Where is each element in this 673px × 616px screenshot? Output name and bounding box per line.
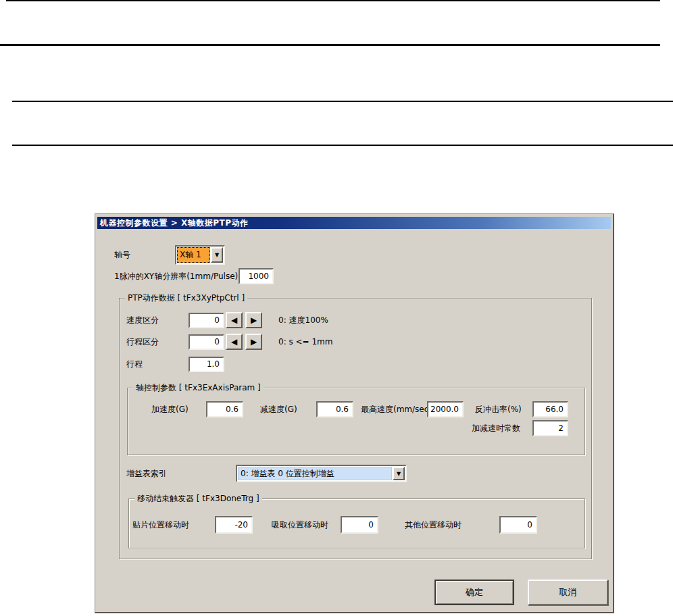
- dialog-title-bar: 机器控制参数设置 > X轴数据PTP动作: [97, 217, 611, 229]
- other-pos-move-input[interactable]: 0: [499, 516, 537, 534]
- accel-time-const-input[interactable]: 2: [532, 420, 568, 436]
- rule-mid-2: [12, 145, 673, 146]
- accel-label: 加速度(G): [151, 401, 189, 417]
- speed-class-increment-button[interactable]: ▶: [245, 312, 262, 328]
- gain-table-index-selected-value: 0: 增益表 0 位置控制增益: [238, 467, 392, 480]
- arrow-right-icon: ▶: [251, 338, 257, 346]
- dialog-title: 机器控制参数设置 > X轴数据PTP动作: [100, 218, 248, 228]
- stroke-class-input[interactable]: 0: [189, 334, 224, 350]
- stroke-class-label: 行程区分: [126, 334, 159, 350]
- stroke-label: 行程: [126, 357, 143, 372]
- speed-class-label: 速度区分: [126, 313, 159, 328]
- speed-class-note: 0: 速度100%: [278, 313, 328, 328]
- chevron-down-icon[interactable]: ▼: [393, 467, 405, 480]
- machine-param-dialog: 机器控制参数设置 > X轴数据PTP动作 轴号 X轴 1 ▼ 1脉冲的XY轴分辨…: [95, 213, 614, 613]
- anti-shock-input[interactable]: 66.0: [532, 401, 568, 417]
- gain-table-index-combobox[interactable]: 0: 增益表 0 位置控制增益 ▼: [236, 465, 407, 482]
- accel-time-const-label: 加减速时常数: [472, 420, 520, 436]
- accel-input[interactable]: 0.6: [206, 401, 243, 417]
- rule-top-2: [0, 44, 660, 46]
- axis-number-combobox[interactable]: X轴 1 ▼: [175, 245, 225, 265]
- axis-number-label: 轴号: [114, 245, 130, 265]
- speed-class-input[interactable]: 0: [189, 313, 224, 328]
- arrow-left-icon: ◀: [231, 338, 237, 346]
- stroke-class-decrement-button[interactable]: ◀: [226, 334, 243, 350]
- pick-pos-move-label: 吸取位置移动时: [272, 516, 328, 534]
- move-done-trigger-group-title: 移动结束触发器 [ tFx3DoneTrg ]: [134, 494, 262, 503]
- max-speed-input[interactable]: 2000.0: [427, 401, 464, 417]
- decel-label: 减速度(G): [260, 401, 297, 417]
- stroke-class-increment-button[interactable]: ▶: [245, 334, 262, 350]
- mount-pos-move-label: 贴片位置移动时: [132, 516, 189, 534]
- stroke-input[interactable]: 1.0: [189, 357, 224, 372]
- rule-mid-1: [12, 101, 673, 102]
- axis-control-params-group: 轴控制参数 [ tFx3ExAxisParam ] 加速度(G) 0.6 减速度…: [127, 388, 585, 455]
- speed-class-decrement-button[interactable]: ◀: [226, 312, 243, 328]
- stroke-class-note: 0: s <= 1mm: [278, 334, 333, 350]
- cancel-button[interactable]: 取消: [528, 580, 608, 605]
- other-pos-move-label: 其他位置移动时: [405, 516, 462, 534]
- rule-top-1: [6, 0, 660, 1]
- ptp-action-data-group: PTP动作数据 [ tFx3XyPtpCtrl ] 速度区分 0 ◀ ▶ 0: …: [119, 298, 592, 559]
- resolution-label: 1脉冲的XY轴分辨率(1mm/Pulse): [114, 268, 238, 284]
- arrow-right-icon: ▶: [251, 316, 257, 324]
- mount-pos-move-input[interactable]: -20: [215, 516, 253, 534]
- move-done-trigger-group: 移动结束触发器 [ tFx3DoneTrg ] 贴片位置移动时 -20 吸取位置…: [128, 498, 585, 548]
- pick-pos-move-input[interactable]: 0: [341, 516, 378, 534]
- ok-button[interactable]: 确定: [434, 580, 514, 605]
- decel-input[interactable]: 0.6: [316, 401, 353, 417]
- arrow-left-icon: ◀: [231, 316, 237, 324]
- anti-shock-label: 反冲击率(%): [475, 401, 522, 417]
- gain-table-index-label: 增益表索引: [126, 465, 167, 482]
- axis-control-params-group-title: 轴控制参数 [ tFx3ExAxisParam ]: [133, 383, 264, 392]
- chevron-down-icon[interactable]: ▼: [211, 247, 223, 263]
- resolution-input[interactable]: 1000: [239, 268, 274, 284]
- max-speed-label: 最高速度(mm/sec): [361, 401, 432, 417]
- document-page: 机器控制参数设置 > X轴数据PTP动作 轴号 X轴 1 ▼ 1脉冲的XY轴分辨…: [0, 0, 673, 616]
- ptp-action-data-group-title: PTP动作数据 [ tFx3XyPtpCtrl ]: [125, 293, 247, 303]
- axis-number-selected-value: X轴 1: [177, 247, 210, 263]
